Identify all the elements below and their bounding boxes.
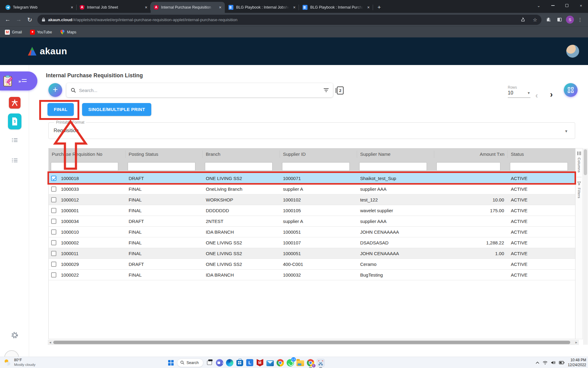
- column-filter-input[interactable]: [128, 162, 195, 171]
- start-button[interactable]: [167, 359, 175, 367]
- vertical-scrollbar[interactable]: [583, 148, 588, 345]
- sidebar-settings[interactable]: [0, 331, 29, 339]
- tab-close-icon[interactable]: ×: [292, 5, 297, 10]
- row-checkbox[interactable]: [51, 229, 56, 235]
- volume-icon[interactable]: [551, 361, 556, 365]
- app-drawer-toggle[interactable]: »: [0, 71, 37, 90]
- extensions-puzzle-icon[interactable]: [544, 15, 553, 24]
- search-input[interactable]: [79, 88, 321, 93]
- whatsapp-button[interactable]: 13: [286, 359, 294, 367]
- table-row[interactable]: 1000012FINALWORKSHOP1000102test_12210.00…: [49, 194, 575, 205]
- weather-widget[interactable]: 80°F Mostly cloudy: [3, 358, 36, 367]
- bookmark-gmail[interactable]: Gmail: [5, 30, 22, 35]
- horizontal-scroll-thumb[interactable]: [53, 341, 570, 344]
- tray-chevron-icon[interactable]: [536, 362, 539, 364]
- filter-icon[interactable]: [324, 88, 329, 92]
- snipping-tool-button[interactable]: [317, 359, 325, 367]
- final-button[interactable]: FINAL: [47, 103, 74, 116]
- mcafee-button[interactable]: M: [256, 359, 264, 367]
- tab-close-icon[interactable]: ×: [143, 5, 149, 10]
- bookmark-youtube[interactable]: YouTube: [30, 30, 52, 35]
- columns-toggle[interactable]: Columns: [577, 158, 581, 173]
- tab-search-chevron-icon[interactable]: ⌄: [532, 0, 546, 11]
- row-checkbox[interactable]: [51, 176, 56, 181]
- chrome-profile-button[interactable]: S: [307, 359, 315, 367]
- browser-menu-icon[interactable]: ⋮: [576, 17, 584, 23]
- row-checkbox[interactable]: [51, 208, 56, 213]
- row-checkbox[interactable]: [51, 240, 56, 245]
- grid-view-button[interactable]: [564, 83, 578, 97]
- row-checkbox[interactable]: [51, 272, 56, 278]
- wifi-icon[interactable]: [543, 361, 548, 365]
- battery-icon[interactable]: [559, 361, 564, 364]
- table-row[interactable]: 1000018DRAFTONE LIVING SS21000071Shaikot…: [49, 173, 575, 184]
- sidebar-item-da-app[interactable]: [0, 97, 29, 109]
- column-filter-input[interactable]: [510, 162, 568, 171]
- single-multiple-print-button[interactable]: SINGLE/MULTIPLE PRINT: [82, 103, 151, 116]
- browser-tab[interactable]: BLG Playbook : Internal Jobsheet×: [225, 2, 299, 13]
- filters-toggle[interactable]: Filters: [577, 188, 581, 198]
- bookmark-maps[interactable]: Maps: [60, 30, 77, 35]
- back-button[interactable]: ←: [2, 14, 13, 25]
- new-tab-button[interactable]: +: [375, 3, 383, 12]
- table-row[interactable]: 1000011FINALONE LIVING SS21000051JOHN CE…: [49, 248, 575, 259]
- mail-button[interactable]: [266, 359, 274, 367]
- address-bar[interactable]: akaun.cloud/#/applets/tnt/wavelet/erp/in…: [37, 15, 541, 25]
- browser-tab[interactable]: Internal Purchase Requisition×: [151, 2, 225, 13]
- sidebar-item-invoice-app[interactable]: $: [0, 113, 29, 129]
- chrome-button[interactable]: [276, 359, 284, 367]
- row-checkbox[interactable]: [51, 262, 56, 267]
- table-row[interactable]: 1000022FINALIDA BRANCH1000032BugTestingA…: [49, 270, 575, 280]
- add-button[interactable]: +: [48, 83, 62, 97]
- tab-close-icon[interactable]: ×: [69, 5, 75, 10]
- teams-chat-button[interactable]: [216, 359, 224, 367]
- task-view-button[interactable]: [205, 359, 213, 367]
- horizontal-scrollbar[interactable]: ◄ ►: [48, 340, 579, 345]
- column-filter-input[interactable]: [436, 162, 500, 171]
- akaun-logo[interactable]: akaun: [27, 46, 67, 56]
- row-checkbox[interactable]: [51, 251, 56, 256]
- sidebar-item-list-2[interactable]: [0, 158, 29, 163]
- scroll-left-icon[interactable]: ◄: [48, 341, 53, 344]
- browser-tab[interactable]: Internal Job Sheet×: [77, 2, 151, 13]
- row-checkbox[interactable]: [51, 219, 56, 224]
- reload-button[interactable]: ↻: [24, 14, 35, 25]
- profile-avatar[interactable]: S: [566, 16, 574, 24]
- table-row[interactable]: 1000010FINALIDA BRANCH1000051JOHN CENAAA…: [49, 227, 575, 237]
- side-panel-icon[interactable]: [555, 15, 564, 24]
- close-button[interactable]: ×: [574, 0, 588, 11]
- file-explorer-button[interactable]: [296, 359, 304, 367]
- column-filter-input[interactable]: [51, 162, 118, 171]
- scroll-right-icon[interactable]: ►: [574, 341, 579, 344]
- sidebar-item-list-1[interactable]: [0, 138, 29, 142]
- tab-close-icon[interactable]: ×: [366, 5, 371, 10]
- table-row[interactable]: 1000033FINALOneLiving Branchsupplier Asu…: [49, 184, 575, 194]
- browser-tab[interactable]: BLG Playbook : Internal Purchase×: [299, 2, 373, 13]
- forward-button[interactable]: →: [13, 14, 24, 25]
- user-avatar[interactable]: [566, 44, 579, 58]
- vertical-scroll-thumb[interactable]: [584, 149, 587, 175]
- table-row[interactable]: 1000001FINALDDDDDDD1000105wavelet suppli…: [49, 205, 575, 216]
- l-app-button[interactable]: L: [246, 359, 254, 367]
- browser-tab[interactable]: Telegram Web×: [2, 2, 77, 13]
- previous-page-button[interactable]: ‹: [535, 91, 538, 100]
- row-checkbox[interactable]: [51, 186, 56, 192]
- tab-close-icon[interactable]: ×: [217, 5, 223, 10]
- pages-count-icon[interactable]: 2: [337, 86, 344, 94]
- share-icon[interactable]: [518, 15, 528, 24]
- edge-button[interactable]: [226, 359, 234, 367]
- table-row[interactable]: 1000002FINALONE LIVING SS21000107DSADSAS…: [49, 237, 575, 248]
- table-row[interactable]: 1000029DRAFTONE LIVING SS2400-C001Ceramo…: [49, 259, 575, 270]
- taskbar-clock[interactable]: 10:48 PM 12/24/2022: [568, 358, 586, 367]
- rows-per-page-select[interactable]: 10 ▼: [508, 90, 530, 98]
- taskbar-search[interactable]: Search: [177, 358, 203, 367]
- table-row[interactable]: 1000034DRAFT2NTESTsupplier Asupplier AAA…: [49, 216, 575, 227]
- next-page-button[interactable]: ›: [550, 90, 553, 99]
- printable-format-select[interactable]: Printable Format Requisition ▼: [48, 122, 575, 139]
- restore-button[interactable]: [560, 0, 574, 11]
- column-filter-input[interactable]: [205, 162, 273, 171]
- minimize-button[interactable]: [546, 0, 560, 11]
- column-filter-input[interactable]: [282, 162, 350, 171]
- column-filter-input[interactable]: [359, 162, 427, 171]
- bookmark-star-icon[interactable]: ☆: [530, 15, 540, 24]
